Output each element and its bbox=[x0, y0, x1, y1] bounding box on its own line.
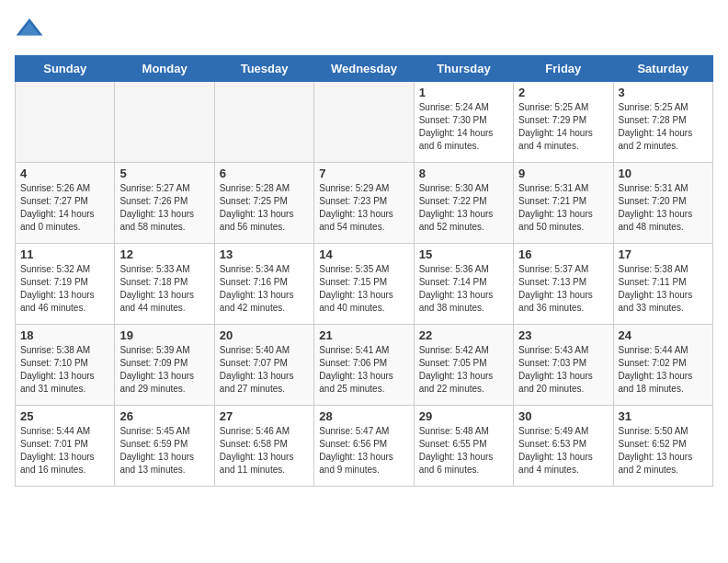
day-header-sunday: Sunday bbox=[16, 56, 115, 82]
day-number: 30 bbox=[518, 409, 608, 423]
calendar-week-row: 18 Sunrise: 5:38 AM Sunset: 7:10 PM Dayl… bbox=[16, 325, 713, 406]
sunrise-label: Sunrise: 5:30 AM bbox=[419, 183, 489, 193]
day-header-monday: Monday bbox=[115, 56, 214, 82]
day-number: 22 bbox=[419, 328, 508, 342]
sunrise-label: Sunrise: 5:38 AM bbox=[20, 345, 90, 355]
sunrise-label: Sunrise: 5:36 AM bbox=[419, 264, 489, 274]
day-info: Sunrise: 5:49 AM Sunset: 6:53 PM Dayligh… bbox=[518, 425, 608, 477]
sunset-label: Sunset: 7:16 PM bbox=[220, 277, 288, 287]
daylight-label: Daylight: 13 hours and 27 minutes. bbox=[220, 371, 294, 394]
day-info: Sunrise: 5:33 AM Sunset: 7:18 PM Dayligh… bbox=[119, 263, 209, 315]
sunset-label: Sunset: 7:02 PM bbox=[619, 358, 687, 368]
logo-icon bbox=[15, 15, 44, 44]
sunrise-label: Sunrise: 5:24 AM bbox=[419, 102, 489, 112]
calendar-cell: 25 Sunrise: 5:44 AM Sunset: 7:01 PM Dayl… bbox=[16, 406, 115, 487]
calendar-cell: 4 Sunrise: 5:26 AM Sunset: 7:27 PM Dayli… bbox=[16, 163, 115, 244]
calendar-week-row: 4 Sunrise: 5:26 AM Sunset: 7:27 PM Dayli… bbox=[16, 163, 713, 244]
daylight-label: Daylight: 13 hours and 18 minutes. bbox=[619, 371, 693, 394]
day-info: Sunrise: 5:39 AM Sunset: 7:09 PM Dayligh… bbox=[119, 344, 209, 396]
day-info: Sunrise: 5:37 AM Sunset: 7:13 PM Dayligh… bbox=[518, 263, 608, 315]
calendar-cell: 17 Sunrise: 5:38 AM Sunset: 7:11 PM Dayl… bbox=[613, 244, 712, 325]
daylight-label: Daylight: 13 hours and 54 minutes. bbox=[319, 209, 393, 232]
day-number: 27 bbox=[220, 409, 309, 423]
day-info: Sunrise: 5:29 AM Sunset: 7:23 PM Dayligh… bbox=[319, 182, 408, 234]
day-number: 19 bbox=[119, 328, 209, 342]
sunrise-label: Sunrise: 5:41 AM bbox=[319, 345, 389, 355]
day-number: 15 bbox=[419, 247, 508, 261]
sunrise-label: Sunrise: 5:44 AM bbox=[619, 345, 688, 355]
calendar-cell: 18 Sunrise: 5:38 AM Sunset: 7:10 PM Dayl… bbox=[16, 325, 115, 406]
logo bbox=[15, 15, 50, 44]
calendar-cell bbox=[115, 82, 214, 163]
sunset-label: Sunset: 7:15 PM bbox=[319, 277, 387, 287]
sunset-label: Sunset: 7:18 PM bbox=[119, 277, 188, 287]
day-header-wednesday: Wednesday bbox=[314, 56, 414, 82]
daylight-label: Daylight: 13 hours and 13 minutes. bbox=[119, 452, 194, 475]
calendar-week-row: 1 Sunrise: 5:24 AM Sunset: 7:30 PM Dayli… bbox=[16, 82, 713, 163]
calendar-cell bbox=[314, 82, 414, 163]
daylight-label: Daylight: 13 hours and 25 minutes. bbox=[319, 371, 393, 394]
calendar-cell: 6 Sunrise: 5:28 AM Sunset: 7:25 PM Dayli… bbox=[214, 163, 313, 244]
calendar-cell: 10 Sunrise: 5:31 AM Sunset: 7:20 PM Dayl… bbox=[613, 163, 712, 244]
sunset-label: Sunset: 6:55 PM bbox=[419, 439, 487, 449]
day-number: 14 bbox=[319, 247, 408, 261]
day-info: Sunrise: 5:50 AM Sunset: 6:52 PM Dayligh… bbox=[619, 425, 708, 477]
sunrise-label: Sunrise: 5:43 AM bbox=[518, 345, 588, 355]
sunset-label: Sunset: 7:03 PM bbox=[518, 358, 586, 368]
calendar-cell: 20 Sunrise: 5:40 AM Sunset: 7:07 PM Dayl… bbox=[214, 325, 313, 406]
daylight-label: Daylight: 13 hours and 56 minutes. bbox=[220, 209, 294, 232]
daylight-label: Daylight: 13 hours and 52 minutes. bbox=[419, 209, 494, 232]
day-info: Sunrise: 5:31 AM Sunset: 7:21 PM Dayligh… bbox=[518, 182, 608, 234]
sunrise-label: Sunrise: 5:31 AM bbox=[619, 183, 688, 193]
sunset-label: Sunset: 7:13 PM bbox=[518, 277, 586, 287]
daylight-label: Daylight: 13 hours and 58 minutes. bbox=[119, 209, 194, 232]
daylight-label: Daylight: 13 hours and 2 minutes. bbox=[619, 452, 693, 475]
calendar-week-row: 25 Sunrise: 5:44 AM Sunset: 7:01 PM Dayl… bbox=[16, 406, 713, 487]
calendar-cell: 21 Sunrise: 5:41 AM Sunset: 7:06 PM Dayl… bbox=[314, 325, 414, 406]
day-info: Sunrise: 5:40 AM Sunset: 7:07 PM Dayligh… bbox=[220, 344, 309, 396]
day-number: 8 bbox=[419, 167, 508, 180]
daylight-label: Daylight: 13 hours and 31 minutes. bbox=[20, 371, 95, 394]
calendar-cell: 12 Sunrise: 5:33 AM Sunset: 7:18 PM Dayl… bbox=[115, 244, 214, 325]
sunset-label: Sunset: 7:01 PM bbox=[20, 439, 88, 449]
sunrise-label: Sunrise: 5:31 AM bbox=[518, 183, 588, 193]
daylight-label: Daylight: 13 hours and 16 minutes. bbox=[20, 452, 95, 475]
day-number: 23 bbox=[518, 328, 608, 342]
sunset-label: Sunset: 7:26 PM bbox=[119, 196, 188, 206]
sunrise-label: Sunrise: 5:28 AM bbox=[220, 183, 290, 193]
sunset-label: Sunset: 7:07 PM bbox=[220, 358, 288, 368]
sunrise-label: Sunrise: 5:46 AM bbox=[220, 426, 290, 436]
sunrise-label: Sunrise: 5:42 AM bbox=[419, 345, 489, 355]
day-info: Sunrise: 5:47 AM Sunset: 6:56 PM Dayligh… bbox=[319, 425, 408, 477]
day-info: Sunrise: 5:38 AM Sunset: 7:10 PM Dayligh… bbox=[20, 344, 109, 396]
sunset-label: Sunset: 6:52 PM bbox=[619, 439, 687, 449]
sunset-label: Sunset: 7:05 PM bbox=[419, 358, 487, 368]
day-number: 28 bbox=[319, 409, 408, 423]
daylight-label: Daylight: 13 hours and 4 minutes. bbox=[518, 452, 593, 475]
sunset-label: Sunset: 6:56 PM bbox=[319, 439, 387, 449]
sunset-label: Sunset: 7:27 PM bbox=[20, 196, 88, 206]
day-number: 18 bbox=[20, 328, 109, 342]
daylight-label: Daylight: 14 hours and 6 minutes. bbox=[419, 128, 494, 151]
day-info: Sunrise: 5:43 AM Sunset: 7:03 PM Dayligh… bbox=[518, 344, 608, 396]
sunset-label: Sunset: 7:19 PM bbox=[20, 277, 88, 287]
calendar-cell: 31 Sunrise: 5:50 AM Sunset: 6:52 PM Dayl… bbox=[613, 406, 712, 487]
calendar-cell: 29 Sunrise: 5:48 AM Sunset: 6:55 PM Dayl… bbox=[414, 406, 513, 487]
day-info: Sunrise: 5:48 AM Sunset: 6:55 PM Dayligh… bbox=[419, 425, 508, 477]
calendar-cell: 22 Sunrise: 5:42 AM Sunset: 7:05 PM Dayl… bbox=[414, 325, 513, 406]
calendar-cell: 2 Sunrise: 5:25 AM Sunset: 7:29 PM Dayli… bbox=[514, 82, 613, 163]
day-info: Sunrise: 5:44 AM Sunset: 7:02 PM Dayligh… bbox=[619, 344, 708, 396]
day-info: Sunrise: 5:36 AM Sunset: 7:14 PM Dayligh… bbox=[419, 263, 508, 315]
day-info: Sunrise: 5:38 AM Sunset: 7:11 PM Dayligh… bbox=[619, 263, 708, 315]
day-number: 13 bbox=[220, 247, 309, 261]
day-info: Sunrise: 5:46 AM Sunset: 6:58 PM Dayligh… bbox=[220, 425, 309, 477]
calendar-cell: 7 Sunrise: 5:29 AM Sunset: 7:23 PM Dayli… bbox=[314, 163, 414, 244]
daylight-label: Daylight: 13 hours and 9 minutes. bbox=[319, 452, 393, 475]
sunset-label: Sunset: 7:21 PM bbox=[518, 196, 586, 206]
calendar-cell: 23 Sunrise: 5:43 AM Sunset: 7:03 PM Dayl… bbox=[514, 325, 613, 406]
sunrise-label: Sunrise: 5:34 AM bbox=[220, 264, 290, 274]
calendar-cell: 30 Sunrise: 5:49 AM Sunset: 6:53 PM Dayl… bbox=[514, 406, 613, 487]
daylight-label: Daylight: 14 hours and 4 minutes. bbox=[518, 128, 593, 151]
day-info: Sunrise: 5:28 AM Sunset: 7:25 PM Dayligh… bbox=[220, 182, 309, 234]
day-header-saturday: Saturday bbox=[613, 56, 712, 82]
